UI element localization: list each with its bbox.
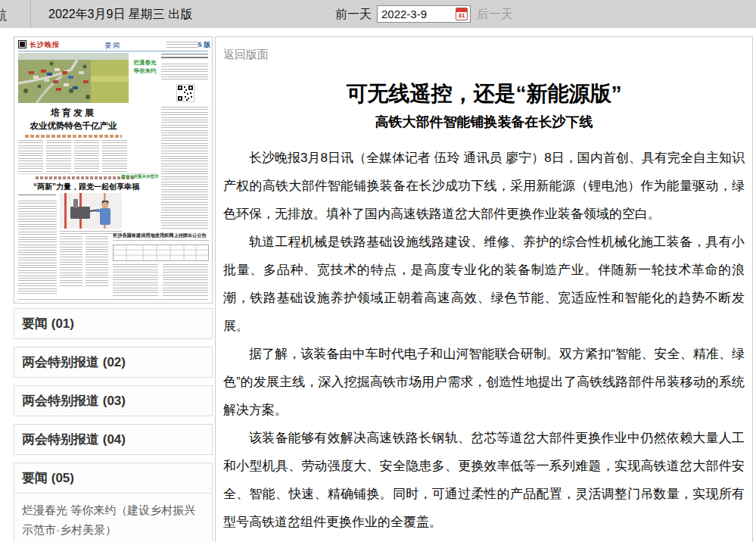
thumb-notice-title: 长沙县国有建设用地使用权网上挂牌出让公告 <box>113 232 209 239</box>
section-item-lianghui-02[interactable]: 两会特别报道 (02) <box>14 347 213 378</box>
masthead-page-number: 5 版 <box>198 40 210 50</box>
article-paragraph-2: 轨道工程机械是铁路基础设施线路建设、维修、养护的综合性机械化施工装备，具有小批量… <box>223 228 745 340</box>
thumb-text-column <box>74 140 99 172</box>
thumb-headline-subtitle-lines <box>25 135 122 138</box>
publication-date: 2022年3月9日 星期三 出版 <box>48 7 192 23</box>
green-feature-title: 烂漫春光 等你来约 <box>131 58 159 75</box>
section-expanded-yaowen-05: 要闻 (05) 烂漫春光 等你来约（建设乡村振兴示范市·乡村美景） 培育发展农业… <box>14 463 213 542</box>
newspaper-page-thumbnail[interactable]: 长沙晚报 要闻 5 版 烂漫春光 等你来约 <box>14 36 213 304</box>
article-link-1[interactable]: 烂漫春光 等你来约（建设乡村振兴示范市·乡村美景） <box>14 494 212 542</box>
article-panel: 返回版面 可无线遥控，还是“新能源版” 高铁大部件智能铺换装备在长沙下线 长沙晚… <box>215 36 753 542</box>
topbar-divider <box>30 0 31 28</box>
thumb-footer-lines <box>18 299 208 301</box>
thumb-headline-line2: 农业优势特色千亿产业 <box>18 120 129 132</box>
masthead-meta-lines <box>166 42 198 48</box>
aerial-village-photo <box>18 53 129 103</box>
article-paragraph-4: 该装备能够有效解决高速铁路长钢轨、岔芯等道岔大部件更换作业中仍然依赖大量人工和小… <box>223 424 745 536</box>
calendar-icon[interactable]: 31 <box>456 8 468 20</box>
thumb-green-logo-text: 建设乡村振兴示范市 <box>121 174 157 179</box>
masthead-rule <box>18 51 208 51</box>
article-paragraph-3: 据了解，该装备由中车时代电子和山河智能联合研制。双方紧扣“智能、安全、精准、绿色… <box>223 340 745 424</box>
nav-partial-text[interactable]: 航 <box>0 7 7 24</box>
green-feature-line1: 烂漫春光 <box>131 58 159 67</box>
right-column-text-lines <box>161 64 208 82</box>
thumb-text-column <box>102 140 127 172</box>
section-item-lianghui-03[interactable]: 两会特别报道 (03) <box>14 385 213 416</box>
topbar: 航 2022年3月9日 星期三 出版 前一天 31 后一天 <box>0 0 756 28</box>
article-title: 可无线遥控，还是“新能源版” <box>223 79 745 108</box>
calendar-icon-day: 31 <box>456 12 467 20</box>
worker-photo <box>60 193 122 229</box>
sidebar: 长沙晚报 要闻 5 版 烂漫春光 等你来约 <box>14 36 213 542</box>
thumb-notice-subtitle-lines <box>113 240 209 242</box>
thumb-text-column <box>60 236 82 288</box>
right-column-text-lines-2 <box>161 107 208 229</box>
back-to-page-link[interactable]: 返回版面 <box>223 48 269 62</box>
thumb-subhead-lines <box>18 195 56 198</box>
date-picker: 31 <box>377 5 471 23</box>
article-paragraph-1: 长沙晚报3月8日讯（全媒体记者 伍玲 通讯员 廖宁）8日，国内首创、具有完全自主… <box>223 144 745 228</box>
section-item-yaowen-05[interactable]: 要闻 (05) <box>14 463 212 494</box>
thumb-text-column <box>163 264 208 296</box>
next-day-link[interactable]: 后一天 <box>477 7 513 23</box>
thumb-text-column <box>86 236 108 288</box>
thumb-text-column <box>113 264 158 296</box>
section-item-yaowen-01[interactable]: 要闻 (01) <box>14 308 213 339</box>
qr-code <box>176 84 194 102</box>
thumb-headline-line1: 培育发展 <box>18 107 129 120</box>
thumb-main-headline: 培育发展 农业优势特色千亿产业 <box>18 107 129 138</box>
thumb-text-column <box>18 201 57 296</box>
thumb-kicker-lines <box>36 176 134 179</box>
right-column-headline-lines <box>161 54 208 61</box>
article-paragraph-5: 该装备采用无线遥控同步动作作业技术，实现全程机械化作业，在同工况下，施工人员较行… <box>223 536 745 542</box>
section-item-lianghui-04[interactable]: 两会特别报道 (04) <box>14 424 213 455</box>
green-feature-line2: 等你来约 <box>131 67 159 75</box>
section-list: 要闻 (01) 两会特别报道 (02) 两会特别报道 (03) 两会特别报道 (… <box>14 308 213 542</box>
thumb-text-column <box>18 140 43 172</box>
thumb-notice-table <box>113 245 209 261</box>
prev-day-link[interactable]: 前一天 <box>335 7 372 23</box>
article-body: 长沙晚报3月8日讯（全媒体记者 伍玲 通讯员 廖宁）8日，国内首创、具有完全自主… <box>223 144 745 542</box>
thumb-text-column <box>46 140 71 172</box>
article-subtitle: 高铁大部件智能铺换装备在长沙下线 <box>223 113 745 131</box>
thumb-second-headline: “两新”力量，跟党一起创享幸福 <box>16 182 157 192</box>
